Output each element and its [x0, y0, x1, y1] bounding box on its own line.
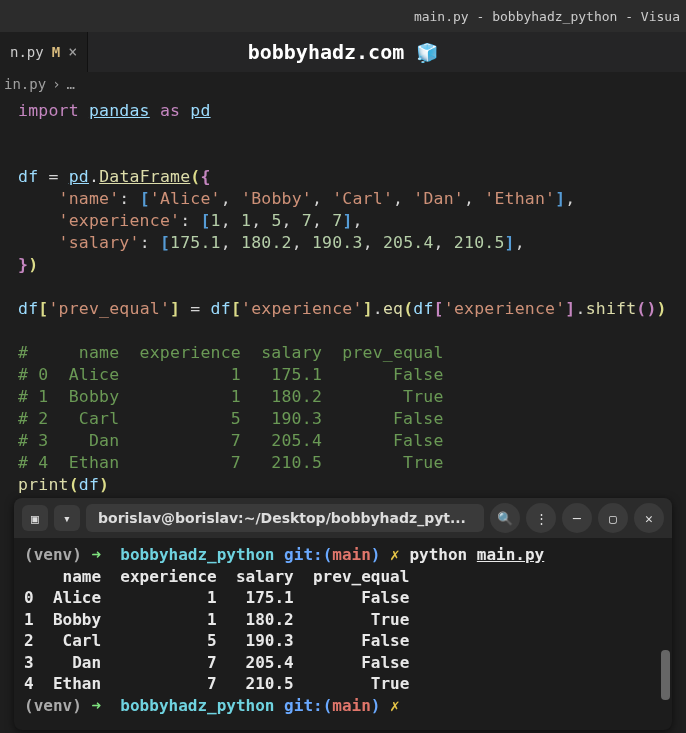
search-icon[interactable]: 🔍	[490, 503, 520, 533]
page-watermark: bobbyhadz.com 🧊	[248, 40, 439, 64]
terminal-header: ▣ ▾ borislav@borislav:~/Desktop/bobbyhad…	[14, 498, 672, 538]
terminal-window: ▣ ▾ borislav@borislav:~/Desktop/bobbyhad…	[14, 498, 672, 730]
cube-icon: 🧊	[416, 42, 438, 63]
terminal-scrollbar-thumb[interactable]	[661, 650, 670, 700]
terminal-title: borislav@borislav:~/Desktop/bobbyhadz_py…	[86, 504, 484, 532]
breadcrumb[interactable]: in.py › …	[0, 72, 686, 96]
tab-bar: n.py M × bobbyhadz.com 🧊	[0, 32, 686, 72]
tab-main-py[interactable]: n.py M ×	[0, 32, 88, 72]
minimize-button[interactable]: ─	[562, 503, 592, 533]
terminal-dropdown-button[interactable]: ▾	[54, 505, 80, 531]
tab-modified-indicator: M	[52, 44, 60, 60]
window-title: main.py - bobbyhadz_python - Visua	[414, 9, 680, 24]
chevron-right-icon: ›	[52, 76, 60, 92]
tab-filename: n.py	[10, 44, 44, 60]
terminal-body[interactable]: (venv) ➜ bobbyhadz_python git:(main) ✗ p…	[14, 538, 672, 730]
close-icon[interactable]: ×	[68, 43, 77, 61]
breadcrumb-file: in.py	[4, 76, 46, 92]
close-button[interactable]: ✕	[634, 503, 664, 533]
maximize-button[interactable]: ▢	[598, 503, 628, 533]
terminal-new-tab-button[interactable]: ▣	[22, 505, 48, 531]
editor-area[interactable]: import pandas as pd df = pd.DataFrame({ …	[0, 96, 686, 500]
window-titlebar: main.py - bobbyhadz_python - Visua	[0, 0, 686, 32]
menu-icon[interactable]: ⋮	[526, 503, 556, 533]
breadcrumb-dots: …	[67, 76, 75, 92]
